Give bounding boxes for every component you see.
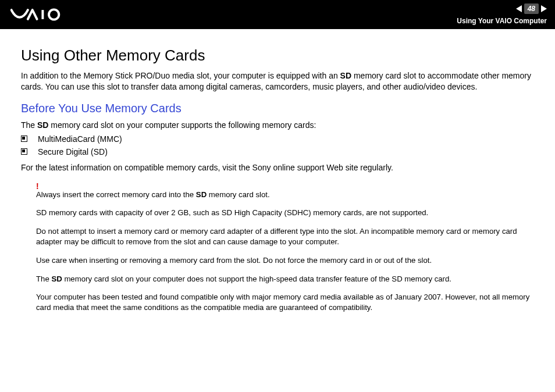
note-text: SD memory cards with capacity of over 2 … [36,208,534,218]
bullet-list: MultiMediaCard (MMC) Secure Digital (SD) [21,134,534,156]
prev-page-icon[interactable] [516,5,522,12]
list-item: MultiMediaCard (MMC) [21,134,534,144]
section-label: Using Your VAIO Computer [457,16,547,26]
vaio-logo [10,8,84,21]
note5-post: memory card slot on your computer does n… [62,275,451,283]
list-item: Secure Digital (SD) [21,147,534,156]
note5-pre: The [36,275,51,283]
page-number: 48 [524,3,539,14]
page-header: 48 Using Your VAIO Computer [0,0,555,29]
latest-info: For the latest information on compatible… [21,162,534,173]
bullet-icon [21,136,27,142]
next-page-icon[interactable] [541,5,547,12]
note-text: Always insert the correct memory card in… [36,190,534,200]
note1-bold: SD [196,190,207,199]
note-text: The SD memory card slot on your computer… [36,274,534,284]
bullet-text: Secure Digital (SD) [38,147,108,156]
supports-bold: SD [37,120,48,130]
note1-post: memory card slot. [207,190,269,199]
header-right: 48 Using Your VAIO Computer [457,3,547,25]
svg-point-1 [49,9,59,19]
note5-bold: SD [51,275,62,283]
svg-rect-0 [41,10,44,19]
supports-pre: The [21,120,37,130]
intro-bold: SD [340,71,351,80]
note-text: Use care when inserting or removing a me… [36,255,534,266]
supports-text: The SD memory card slot on your computer… [21,120,534,131]
bullet-text: MultiMediaCard (MMC) [38,134,122,144]
intro-pre: In addition to the Memory Stick PRO/Duo … [21,71,340,80]
supports-post: memory card slot on your computer suppor… [48,120,316,130]
note-text: Do not attempt to insert a memory card o… [36,226,534,247]
page-title: Using Other Memory Cards [21,47,534,65]
pager: 48 [516,3,547,14]
bullet-icon [21,148,27,155]
subheading: Before You Use Memory Cards [21,102,534,115]
note-text: Your computer has been tested and found … [36,292,534,313]
notes-block: ! Always insert the correct memory card … [36,181,534,313]
page-content: Using Other Memory Cards In addition to … [0,29,555,333]
intro-paragraph: In addition to the Memory Stick PRO/Duo … [21,70,534,92]
note1-pre: Always insert the correct memory card in… [36,190,196,199]
